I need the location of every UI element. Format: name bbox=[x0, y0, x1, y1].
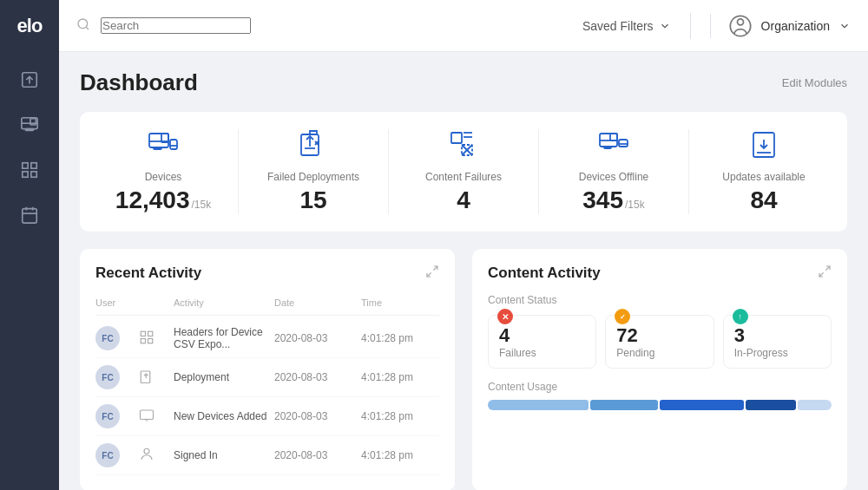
devices-offline-icon bbox=[598, 129, 629, 164]
sidebar-item-calendar[interactable] bbox=[10, 196, 49, 234]
svg-rect-42 bbox=[604, 147, 611, 148]
content-area: Dashboard Edit Modules Devices 12,403/15… bbox=[59, 52, 868, 490]
main-area: Saved Filters Organization Dashboard Edi… bbox=[59, 0, 868, 490]
svg-line-59 bbox=[819, 272, 824, 277]
page-title: Dashboard bbox=[80, 69, 198, 96]
svg-line-58 bbox=[825, 266, 830, 271]
stat-offline-value: 345/15k bbox=[582, 186, 644, 214]
avatar: FC bbox=[95, 365, 120, 389]
inprogress-label: In-Progress bbox=[734, 347, 820, 359]
usage-seg-5 bbox=[798, 400, 832, 410]
content-status-label: Content Status bbox=[488, 294, 832, 306]
svg-line-47 bbox=[427, 272, 431, 277]
sidebar-item-upload[interactable] bbox=[10, 61, 49, 99]
status-cards: ✕ 4 Failures ✓ 72 Pending ↑ 3 In-Progres… bbox=[488, 315, 832, 369]
row-upload-icon bbox=[139, 369, 174, 387]
stat-failed-value: 15 bbox=[299, 186, 326, 214]
svg-rect-10 bbox=[23, 209, 37, 223]
table-row: FC New Devices Added 2020-08-03 4:01:28 … bbox=[95, 397, 439, 436]
table-row: FC Signed In 2020-08-03 4:01:28 pm bbox=[95, 436, 439, 475]
edit-modules-button[interactable]: Edit Modules bbox=[782, 76, 847, 89]
page-header: Dashboard Edit Modules bbox=[80, 69, 847, 96]
grid-icon bbox=[20, 160, 39, 180]
monitor-icon bbox=[20, 115, 39, 134]
content-activity-expand[interactable] bbox=[818, 265, 832, 282]
sidebar-logo: elo bbox=[0, 0, 59, 52]
svg-rect-6 bbox=[23, 163, 28, 168]
stat-devices: Devices 12,403/15k bbox=[89, 129, 239, 214]
table-header: User Activity Date Time bbox=[95, 294, 439, 316]
org-chevron-icon bbox=[838, 20, 851, 32]
stat-failed-label: Failed Deployments bbox=[267, 171, 359, 183]
topbar-divider bbox=[690, 13, 691, 39]
failures-value: 4 bbox=[499, 324, 585, 347]
pending-badge: ✓ bbox=[615, 309, 630, 324]
saved-filters-button[interactable]: Saved Filters bbox=[582, 19, 671, 33]
svg-rect-9 bbox=[31, 172, 36, 177]
devices-icon bbox=[148, 129, 179, 164]
pending-value: 72 bbox=[616, 324, 702, 347]
content-failures-icon bbox=[448, 129, 479, 164]
svg-rect-7 bbox=[31, 163, 36, 168]
svg-rect-50 bbox=[141, 338, 145, 343]
usage-seg-2 bbox=[590, 400, 658, 410]
org-label: Organization bbox=[761, 19, 830, 33]
upload-icon bbox=[20, 70, 39, 89]
recent-activity-expand[interactable] bbox=[425, 265, 439, 282]
content-activity-title: Content Activity bbox=[488, 265, 601, 282]
status-card-inprogress: ↑ 3 In-Progress bbox=[723, 315, 832, 369]
sidebar: elo bbox=[0, 0, 59, 490]
content-usage-bar bbox=[488, 400, 832, 410]
usage-seg-1 bbox=[488, 400, 589, 410]
svg-rect-22 bbox=[170, 140, 177, 149]
stat-content-value: 4 bbox=[457, 186, 470, 214]
svg-rect-54 bbox=[141, 410, 154, 420]
svg-rect-51 bbox=[148, 338, 153, 343]
stat-updates-value: 84 bbox=[750, 186, 777, 214]
calendar-icon bbox=[20, 206, 39, 225]
stat-devices-offline: Devices Offline 345/15k bbox=[539, 129, 689, 214]
svg-rect-40 bbox=[619, 140, 628, 147]
stat-devices-label: Devices bbox=[145, 171, 182, 183]
svg-rect-21 bbox=[154, 147, 161, 149]
stat-failed-deployments: Failed Deployments 15 bbox=[239, 129, 389, 214]
svg-rect-3 bbox=[25, 129, 33, 131]
content-usage-label: Content Usage bbox=[488, 381, 832, 393]
svg-rect-39 bbox=[610, 134, 617, 140]
svg-rect-18 bbox=[149, 134, 168, 147]
svg-rect-52 bbox=[141, 371, 150, 383]
avatar: FC bbox=[95, 326, 120, 350]
recent-activity-panel: Recent Activity User Activity Date Time … bbox=[80, 249, 455, 490]
recent-activity-header: Recent Activity bbox=[95, 265, 439, 282]
avatar: FC bbox=[95, 404, 120, 428]
chevron-down-icon bbox=[659, 20, 671, 32]
table-row: FC Deployment 2020-08-03 4:01:28 pm bbox=[95, 358, 439, 397]
stat-offline-label: Devices Offline bbox=[579, 171, 648, 183]
sidebar-item-grid[interactable] bbox=[10, 151, 49, 189]
row-monitor-icon bbox=[139, 408, 174, 426]
status-card-pending: ✓ 72 Pending bbox=[605, 315, 713, 369]
brand-logo: elo bbox=[17, 15, 43, 37]
content-activity-panel: Content Activity Content Status ✕ 4 Fail… bbox=[472, 249, 847, 490]
svg-rect-30 bbox=[451, 133, 462, 143]
sidebar-item-devices[interactable] bbox=[10, 106, 49, 144]
row-grid-icon bbox=[139, 330, 174, 348]
failures-label: Failures bbox=[499, 347, 585, 359]
panels: Recent Activity User Activity Date Time … bbox=[80, 249, 847, 490]
content-activity-header: Content Activity bbox=[488, 265, 832, 282]
sidebar-nav bbox=[0, 52, 59, 234]
usage-seg-3 bbox=[660, 400, 744, 410]
stats-row: Devices 12,403/15k Failed Deployments 15 bbox=[80, 112, 847, 232]
avatar: FC bbox=[95, 443, 120, 467]
search-input[interactable] bbox=[101, 17, 251, 34]
updates-icon bbox=[748, 129, 779, 164]
svg-point-14 bbox=[78, 19, 88, 29]
svg-line-15 bbox=[86, 27, 89, 29]
svg-point-57 bbox=[144, 448, 149, 454]
svg-rect-49 bbox=[148, 331, 153, 336]
topbar: Saved Filters Organization bbox=[59, 0, 868, 52]
table-row: FC Headers for Device CSV Expo... 2020-0… bbox=[95, 319, 439, 358]
row-user-icon bbox=[139, 447, 174, 465]
pending-label: Pending bbox=[616, 347, 702, 359]
topbar-right: Organization bbox=[710, 14, 851, 38]
